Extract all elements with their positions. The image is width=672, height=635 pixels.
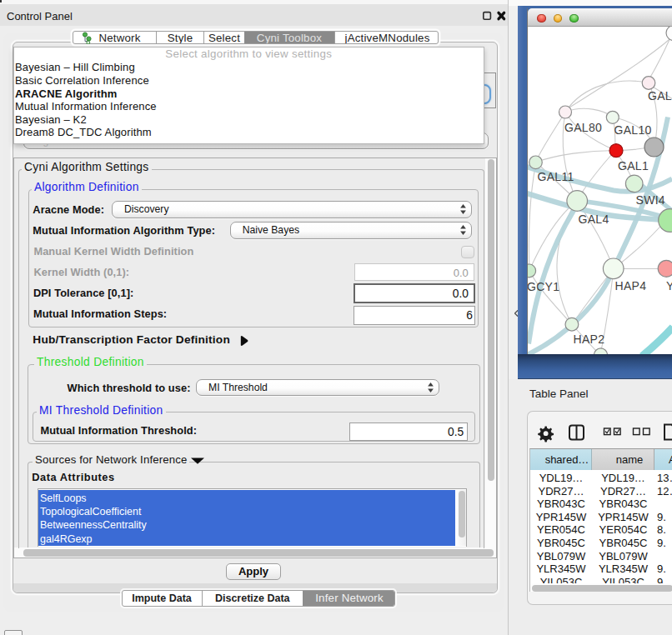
svg-text:GCY1: GCY1 (528, 279, 559, 292)
svg-text:GAL2: GAL2 (648, 88, 672, 102)
svg-text:HAP4: HAP4 (615, 278, 647, 292)
svg-text:GAL11: GAL11 (538, 169, 574, 182)
svg-text:GAL10: GAL10 (614, 123, 652, 137)
svg-text:GAL4: GAL4 (579, 212, 609, 225)
svg-text:SWI4: SWI4 (636, 193, 665, 207)
svg-text:GAL1: GAL1 (618, 159, 649, 172)
svg-text:HAP2: HAP2 (574, 332, 605, 346)
svg-text:GAL80: GAL80 (564, 121, 602, 134)
svg-text:Y: Y (666, 278, 672, 292)
